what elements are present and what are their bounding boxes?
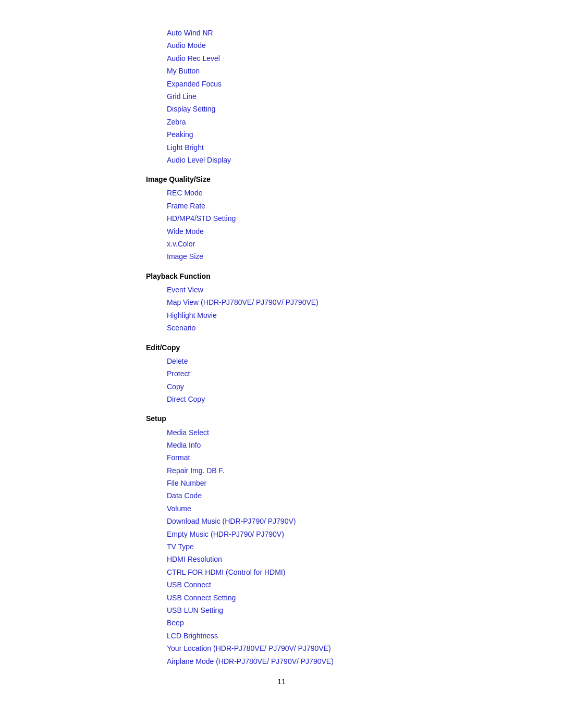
list-item[interactable]: Beep — [146, 617, 417, 628]
list-item[interactable]: File Number — [146, 477, 417, 489]
list-item[interactable]: Auto Wind NR — [146, 27, 417, 39]
list-item[interactable]: Media Select — [146, 427, 417, 438]
list-item[interactable]: Media Info — [146, 439, 417, 451]
list-item[interactable]: LCD Brightness — [146, 630, 417, 641]
list-item[interactable]: Protect — [146, 368, 417, 379]
list-item[interactable]: HD/MP4/STD Setting — [146, 213, 417, 224]
list-item[interactable]: Image Size — [146, 251, 417, 262]
list-item[interactable]: Delete — [146, 355, 417, 367]
page-container: Auto Wind NRAudio ModeAudio Rec LevelMy … — [0, 16, 563, 696]
list-item[interactable]: Your Location (HDR-PJ780VE/ PJ790V/ PJ79… — [146, 643, 417, 654]
list-item[interactable]: REC Mode — [146, 187, 417, 199]
page-number: 11 — [146, 677, 417, 686]
list-item[interactable]: Frame Rate — [146, 200, 417, 212]
list-item[interactable]: Map View (HDR-PJ780VE/ PJ790V/ PJ790VE) — [146, 297, 417, 308]
list-item[interactable]: Direct Copy — [146, 393, 417, 405]
list-item[interactable]: Audio Rec Level — [146, 53, 417, 64]
list-item[interactable]: Repair Img. DB F. — [146, 465, 417, 476]
list-item[interactable]: Expanded Focus — [146, 78, 417, 90]
list-item[interactable]: USB LUN Setting — [146, 604, 417, 616]
list-item[interactable]: Download Music (HDR-PJ790/ PJ790V) — [146, 515, 417, 527]
list-item[interactable]: My Button — [146, 65, 417, 77]
list-item[interactable]: Volume — [146, 503, 417, 514]
section-heading: Edit/Copy — [146, 341, 417, 354]
list-item[interactable]: Audio Mode — [146, 40, 417, 51]
list-item[interactable]: TV Type — [146, 541, 417, 552]
list-item[interactable]: Scenario — [146, 322, 417, 334]
list-item[interactable]: Copy — [146, 381, 417, 392]
section-heading: Playback Function — [146, 270, 417, 283]
list-item[interactable]: Event View — [146, 284, 417, 295]
list-item[interactable]: Zebra — [146, 116, 417, 128]
list-item[interactable]: Empty Music (HDR-PJ790/ PJ790V) — [146, 528, 417, 540]
list-item[interactable]: Data Code — [146, 490, 417, 501]
list-item[interactable]: Display Setting — [146, 103, 417, 115]
list-item[interactable]: Light Bright — [146, 142, 417, 153]
list-item[interactable]: Highlight Movie — [146, 310, 417, 321]
list-item[interactable]: Airplane Mode (HDR-PJ780VE/ PJ790V/ PJ79… — [146, 656, 417, 667]
section-heading: Setup — [146, 412, 417, 425]
list-item[interactable]: CTRL FOR HDMI (Control for HDMI) — [146, 566, 417, 578]
list-item[interactable]: USB Connect — [146, 579, 417, 590]
list-item[interactable]: Audio Level Display — [146, 154, 417, 166]
list-item[interactable]: x.v.Color — [146, 238, 417, 250]
list-item[interactable]: HDMI Resolution — [146, 553, 417, 565]
list-item[interactable]: Wide Mode — [146, 226, 417, 237]
list-item[interactable]: Grid Line — [146, 91, 417, 102]
section-heading: Image Quality/Size — [146, 173, 417, 186]
list-item[interactable]: Peaking — [146, 129, 417, 140]
list-item[interactable]: USB Connect Setting — [146, 592, 417, 603]
list-item[interactable]: Format — [146, 452, 417, 463]
